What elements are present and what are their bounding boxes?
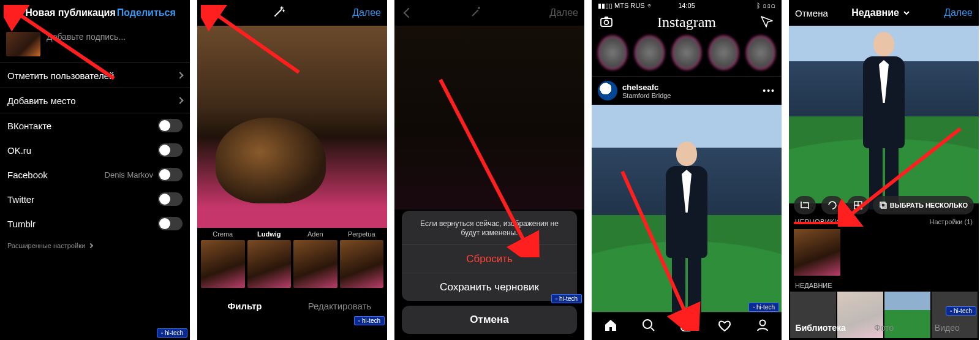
caption-input[interactable]: Добавьте подпись... (47, 32, 126, 42)
svg-point-5 (643, 320, 652, 328)
post-header: chelseafc Stamford Bridge ••• (592, 77, 782, 105)
header: Далее (394, 0, 584, 26)
header: Далее (197, 0, 387, 26)
share-toggle[interactable] (158, 143, 183, 157)
share-toggle[interactable] (158, 217, 183, 230)
share-name: Tumblr (7, 219, 158, 229)
share-toggle[interactable] (158, 168, 183, 181)
wifi-icon: ᯤ (647, 2, 654, 9)
preview-image[interactable]: ВЫБРАТЬ НЕСКОЛЬКО (789, 26, 979, 203)
share-toggle[interactable] (158, 119, 183, 132)
share-button[interactable]: Поделиться (117, 7, 176, 18)
sheet-message: Если вернуться сейчас, изображения не бу… (402, 211, 577, 244)
filter-thumb[interactable] (201, 240, 245, 288)
tab-activity-icon[interactable] (717, 317, 733, 335)
select-multiple-button[interactable]: ВЫБРАТЬ НЕСКОЛЬКО (873, 196, 974, 214)
picker-tabs: Библиотека Фото Видео (789, 315, 979, 340)
tab-profile-icon[interactable] (755, 317, 771, 335)
compose-area: Добавьте подпись... (0, 26, 190, 62)
drafts-settings-link[interactable]: Настройки (1) (930, 218, 973, 225)
post-username[interactable]: chelseafc (622, 83, 671, 92)
draft-thumbnail[interactable] (794, 229, 840, 276)
layout-icon[interactable] (847, 196, 869, 214)
tab-edit[interactable]: Редактировать (292, 301, 387, 311)
feed-header: Instagram (592, 11, 782, 33)
story-avatar[interactable] (672, 36, 701, 70)
tab-photo[interactable]: Фото (852, 323, 915, 333)
bottom-tabs: Фильтр Редактировать (197, 293, 387, 319)
post-thumbnail[interactable] (6, 32, 40, 56)
share-name: OK.ru (7, 145, 158, 156)
share-twitter-row: Twitter (0, 187, 190, 211)
filter-thumb[interactable] (340, 240, 384, 288)
svg-point-4 (605, 20, 609, 25)
header: Новая публикацияПоделиться (0, 0, 190, 26)
story-avatar[interactable] (746, 36, 775, 70)
post-image[interactable] (592, 105, 782, 319)
share-toggle[interactable] (158, 192, 183, 206)
svg-rect-11 (881, 203, 886, 208)
watermark: ◦ hi-tech (946, 306, 976, 315)
header: Отмена Недавние Далее (789, 0, 979, 26)
instagram-logo: Instagram (614, 14, 760, 31)
post-location[interactable]: Stamford Bridge (622, 92, 671, 99)
next-button: Далее (535, 7, 578, 18)
screen-new-post: Новая публикацияПоделиться Добавьте подп… (0, 0, 190, 340)
chevron-right-icon (176, 72, 183, 78)
next-button[interactable]: Далее (338, 7, 381, 18)
add-location-row[interactable]: Добавить место (0, 88, 190, 113)
bluetooth-icon: ᛒ (756, 2, 761, 9)
tab-home-icon[interactable] (603, 317, 619, 335)
stories-row (592, 33, 782, 76)
watermark: ◦ hi-tech (354, 316, 385, 325)
share-facebook-row: Facebook Denis Markov (0, 162, 190, 187)
tab-search-icon[interactable] (641, 317, 657, 335)
cancel-button[interactable]: Отмена (402, 306, 577, 334)
reset-button[interactable]: Сбросить (402, 244, 577, 273)
crop-icon[interactable] (794, 196, 816, 214)
action-sheet: Если вернуться сейчас, изображения не бу… (402, 211, 577, 334)
tag-users-row[interactable]: Отметить пользователей (0, 63, 190, 88)
post-more-icon[interactable]: ••• (763, 86, 775, 96)
filter-thumbnails (197, 239, 387, 293)
tab-library[interactable]: Библиотека (789, 323, 852, 333)
filter-name: Aden (293, 230, 337, 238)
share-name: Twitter (7, 194, 158, 205)
share-name: ВКонтакте (7, 121, 158, 131)
next-button[interactable]: Далее (930, 7, 973, 18)
filter-thumb[interactable] (293, 240, 337, 288)
story-avatar[interactable] (598, 36, 627, 70)
album-dropdown[interactable]: Недавние (832, 7, 930, 18)
tag-users-label: Отметить пользователей (7, 70, 178, 81)
magic-wand-icon (418, 5, 535, 21)
filter-name: Perpetua (340, 230, 384, 238)
battery-icon: ▯▯▢ (763, 2, 775, 9)
status-time: 14:05 (657, 2, 717, 9)
share-tumblr-row: Tumblr (0, 211, 190, 236)
signal-icon: ▮▮▯▯ (598, 2, 614, 9)
filter-names: Crema Ludwig Aden Perpetua (197, 228, 387, 239)
watermark: ◦ hi-tech (157, 328, 187, 338)
screen-feed: ▮▮▯▯ MTS RUS ᯤ 14:05 ᛒ ▯▯▢ Instagram che… (592, 0, 782, 340)
story-avatar[interactable] (635, 36, 664, 70)
direct-icon[interactable] (760, 14, 774, 31)
back-button[interactable] (6, 7, 23, 19)
tab-filter[interactable]: Фильтр (197, 301, 292, 311)
preview-image[interactable] (197, 26, 387, 228)
annotation-underline (794, 222, 843, 224)
magic-wand-icon[interactable] (221, 5, 338, 21)
chevron-right-icon (176, 97, 183, 104)
boomerang-icon[interactable] (821, 196, 843, 214)
share-sub: Denis Markov (105, 170, 153, 179)
tab-add-icon[interactable] (679, 317, 695, 335)
filter-thumb[interactable] (247, 240, 292, 288)
camera-icon[interactable] (599, 14, 614, 31)
tab-video[interactable]: Видео (916, 323, 979, 333)
back-button[interactable] (401, 7, 418, 19)
advanced-settings-row[interactable]: Расширенные настройки (0, 236, 190, 255)
back-button[interactable] (203, 7, 221, 19)
filter-name-selected: Ludwig (247, 230, 292, 238)
post-avatar[interactable] (598, 81, 617, 100)
story-avatar[interactable] (709, 36, 738, 70)
cancel-button[interactable]: Отмена (795, 8, 832, 18)
